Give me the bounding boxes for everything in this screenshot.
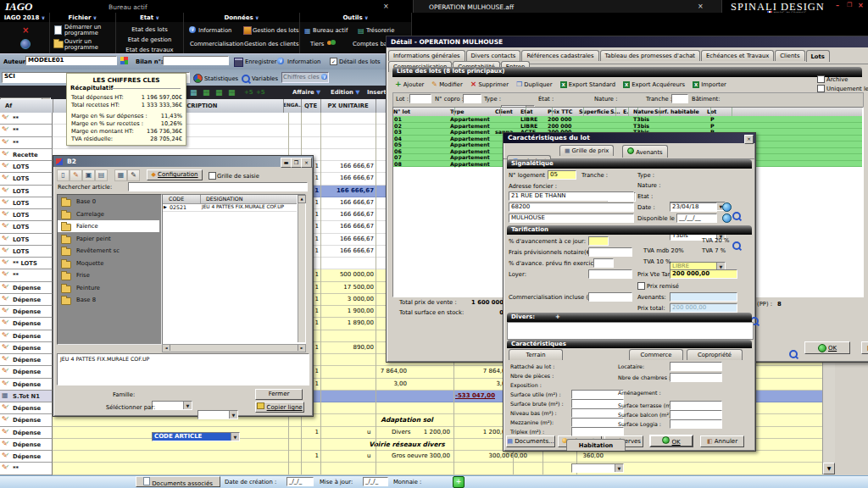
table-row[interactable] — [53, 463, 822, 474]
column-header-0[interactable]: N° lot — [393, 108, 410, 114]
close-icon[interactable]: × — [744, 135, 754, 144]
loyer-input[interactable] — [588, 269, 632, 279]
sidebar-row[interactable]: LOTS — [0, 246, 53, 258]
tab-habitation[interactable]: Habitation — [566, 439, 626, 451]
modifier-button[interactable]: ✎ Modifier — [431, 80, 462, 88]
filter-lot-input[interactable] — [409, 94, 431, 103]
tab-commerce[interactable]: Commerce — [629, 349, 683, 360]
column-header-qte[interactable]: QTE — [301, 103, 320, 109]
sidebar-row[interactable]: Recette — [0, 149, 53, 161]
stamp-icon[interactable]: ▣ — [82, 169, 95, 181]
sidebar-row[interactable]: ** LOTS — [0, 258, 53, 269]
b2-list-row[interactable]: ▶ 02521 JEU 4 PATTES FIX.MURALE COF.UP — [163, 203, 297, 212]
copy-icon[interactable]: ▤ — [95, 169, 108, 181]
b2-titlebar[interactable]: B2 — [53, 156, 313, 167]
menu-item-information[interactable]: Information — [198, 27, 231, 34]
sidebar-row[interactable]: ** — [0, 125, 53, 136]
ajouter-button[interactable]: + Ajouter — [395, 80, 424, 88]
folder-item-carrelage[interactable]: Carrelage — [58, 208, 159, 220]
field-input[interactable] — [670, 419, 722, 429]
filter-tranche-input[interactable] — [671, 94, 688, 103]
sidebar-row[interactable]: ** — [0, 137, 53, 149]
menu-item-gestion-clients[interactable]: Gestion des clients — [244, 41, 299, 47]
close-window-icon[interactable]: × — [858, 2, 864, 9]
avance-input[interactable] — [593, 258, 614, 268]
prix-vte-input[interactable]: 200 000,00 — [670, 269, 737, 279]
prix-remise-checkbox[interactable] — [637, 282, 645, 290]
restore-icon[interactable]: ❐ — [847, 2, 852, 8]
divers-box[interactable] — [507, 322, 754, 340]
field-input[interactable] — [670, 373, 722, 382]
column-header-enga[interactable]: ENGA.. — [283, 103, 303, 108]
sidebar-row[interactable]: Dépense — [0, 294, 53, 306]
field-select[interactable]: ▼ — [571, 463, 624, 473]
sidebar-row[interactable]: Dépense — [0, 318, 53, 330]
information-button[interactable]: Information — [287, 58, 320, 65]
sidebar-row[interactable]: Dépense — [0, 402, 53, 414]
detail-annuler-button[interactable]: ◧ Annuler — [861, 341, 868, 354]
sidebar-row[interactable]: LOTS — [0, 197, 53, 209]
field-input[interactable] — [670, 362, 722, 371]
b2-vscrollbar[interactable] — [298, 195, 305, 342]
menu-item-gestion-lots[interactable]: Gestion des lots — [253, 27, 299, 34]
delete-icon[interactable]: × — [22, 25, 29, 35]
filter-copro-input[interactable] — [463, 94, 481, 103]
field-input[interactable] — [571, 408, 624, 418]
field-input[interactable] — [571, 427, 624, 436]
b2-hscrollbar[interactable]: ◄ ► — [162, 344, 306, 352]
menu-item-tresorerie[interactable]: Trésorerie — [366, 27, 394, 34]
rechercher-input[interactable] — [128, 182, 308, 191]
lot-row[interactable]: 02AppartementLIBRE200 000T3bisP — [393, 123, 862, 130]
grid-view-icon[interactable]: ▦ — [190, 88, 198, 97]
scroll-right-icon[interactable]: ► — [298, 345, 305, 351]
dupliquer-button[interactable]: ❒ Dupliquer — [516, 80, 553, 88]
folder-item-moquette[interactable]: Moquette — [58, 258, 159, 269]
sidebar-row[interactable]: Dépense — [0, 379, 53, 391]
column-header-affectation[interactable]: Af — [5, 103, 12, 109]
folder-item-fa-ence[interactable]: Faïence — [58, 220, 159, 232]
minimize-icon[interactable]: – — [836, 2, 839, 9]
documents-associes-button[interactable]: Documents associés — [136, 476, 220, 487]
add-row-icon[interactable]: +5 — [244, 89, 253, 96]
sidebar-row[interactable]: ** — [0, 269, 53, 281]
ok-button[interactable]: OK — [649, 435, 693, 447]
add-row-icon[interactable]: +5 — [256, 89, 265, 96]
folder-item-papier-peint[interactable]: Papier peint — [58, 233, 159, 245]
folder-item-base-8[interactable]: Base 8 — [58, 294, 159, 306]
field-input[interactable] — [571, 418, 624, 427]
field-input[interactable] — [670, 401, 722, 410]
folder-item-peinture[interactable]: Peinture — [58, 282, 159, 294]
menu-edition[interactable]: Edition ▼ — [331, 89, 360, 96]
scroll-left-icon[interactable]: ◄ — [163, 345, 170, 351]
detail-ok-button[interactable]: OK — [804, 341, 850, 354]
tab-avenants[interactable]: Avenants — [622, 145, 668, 158]
column-header-px[interactable]: PX UNITAIRE — [320, 103, 376, 109]
ville-input[interactable]: MULHOUSE — [509, 214, 634, 223]
creation-input[interactable]: _/_/_ — [287, 477, 314, 486]
detail-lots-checkbox[interactable]: ✓ — [330, 58, 337, 65]
menu-item-demarrer[interactable]: Démarrer un programme — [64, 25, 114, 36]
sidebar-row[interactable]: Dépense — [0, 342, 53, 354]
tab-r-f-rences-cadastrales[interactable]: Références cadastrales — [521, 50, 598, 61]
export-acqu-reurs-button[interactable]: X Export Acquéreurs — [623, 81, 685, 88]
selectionner-select[interactable]: CODE ARTICLE▼ — [152, 432, 240, 441]
sidebar-row[interactable]: Dépense — [0, 306, 53, 318]
scroll-down-icon[interactable]: ▼ — [823, 463, 835, 474]
bilan-input[interactable] — [163, 56, 229, 65]
code-postal-input[interactable]: 68200 — [509, 202, 634, 212]
variables-button[interactable]: Variables — [252, 75, 278, 82]
menu-item-tiers[interactable]: Tiers — [310, 41, 324, 47]
grid-view-icon[interactable]: ▦ — [203, 88, 210, 97]
tab-informations-g-n-rales[interactable]: Informations générales — [388, 50, 465, 61]
palette-icon[interactable] — [120, 57, 128, 64]
importer-button[interactable]: X Importer — [693, 81, 726, 88]
column-header-8[interactable]: Nature — [633, 108, 654, 114]
field-input[interactable] — [571, 399, 624, 408]
logement-input[interactable]: 05 — [548, 170, 576, 180]
folder-item-rev-tement-sc[interactable]: Revêtement sc — [58, 245, 159, 257]
sidebar-row[interactable]: ** — [0, 463, 53, 474]
trash-icon[interactable]: ▯ — [57, 169, 70, 181]
close-icon[interactable]: × — [698, 3, 704, 10]
column-header-10[interactable]: Lot — [707, 108, 716, 114]
fermer-button[interactable]: Fermer — [255, 389, 303, 400]
